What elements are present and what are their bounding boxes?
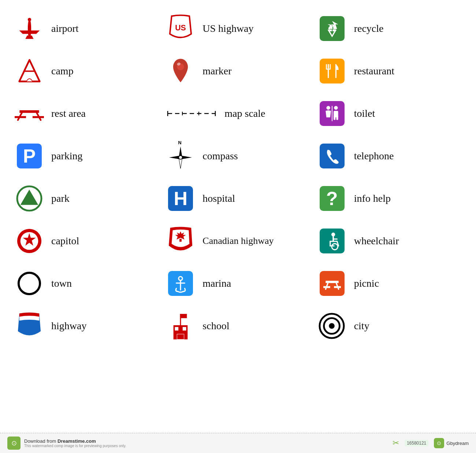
- svg-point-47: [19, 273, 40, 294]
- marina-item: marina: [162, 262, 313, 305]
- parking-box: P: [17, 144, 42, 168]
- picnic-item: picnic: [314, 262, 465, 305]
- svg-rect-28: [334, 115, 335, 120]
- wheelchair-icon: [317, 226, 347, 256]
- marina-label: marina: [202, 278, 231, 289]
- svg-point-0: [27, 19, 31, 38]
- compass-icon: N: [166, 141, 195, 171]
- canadian-highway-label: Canadian highway: [202, 235, 274, 246]
- highway-icon: [15, 311, 44, 341]
- us-highway-icon: US: [166, 14, 195, 43]
- footer-brand-logo: ⊙: [434, 438, 444, 448]
- capitol-label: capitol: [51, 235, 79, 247]
- svg-point-48: [179, 276, 182, 280]
- toilet-item: toilet: [314, 92, 465, 135]
- info-help-icon: ?: [317, 184, 347, 213]
- svg-rect-57: [177, 334, 184, 339]
- airport-item: airport: [11, 7, 162, 50]
- svg-rect-60: [175, 327, 179, 330]
- wheelchair-label: wheelchair: [354, 235, 399, 247]
- svg-rect-61: [183, 327, 186, 330]
- town-item: town: [11, 262, 162, 305]
- canadian-highway-item: Canadian highway: [162, 220, 313, 262]
- compass-label: compass: [202, 150, 238, 162]
- hospital-label: hospital: [202, 193, 235, 204]
- svg-text:US: US: [175, 23, 186, 32]
- footer-logo: ⊙: [7, 437, 21, 450]
- map-scale-icon: [166, 99, 217, 128]
- svg-rect-38: [179, 239, 182, 242]
- footer-watermark: This watermarked comp image is for previ…: [24, 444, 126, 448]
- footer-right: ✂ 16580121 ⊙ Gbydream: [393, 438, 469, 448]
- us-highway-label: US highway: [202, 23, 253, 34]
- restaurant-icon: [317, 56, 347, 86]
- airport-icon: [15, 14, 44, 43]
- parking-label: parking: [51, 150, 83, 162]
- parking-icon: P: [15, 141, 44, 171]
- park-label: park: [51, 193, 70, 204]
- marker-label: marker: [202, 65, 231, 77]
- map-scale-label: map scale: [224, 108, 265, 119]
- picnic-label: picnic: [354, 278, 379, 289]
- scissors-icon: ✂: [393, 438, 399, 448]
- highway-item: highway: [11, 305, 162, 347]
- camp-item: camp: [11, 50, 162, 92]
- info-help-label: info help: [354, 193, 391, 204]
- rest-area-label: rest area: [51, 108, 86, 119]
- svg-point-46: [332, 244, 338, 250]
- camp-icon: [15, 56, 44, 86]
- rest-area-item: rest area: [11, 92, 162, 135]
- recycle-label: recycle: [354, 23, 384, 34]
- restaurant-label: restaurant: [354, 65, 394, 77]
- rest-area-icon: [15, 99, 44, 128]
- info-help-item: ? info help: [314, 177, 465, 220]
- svg-point-26: [334, 106, 338, 109]
- park-item: park: [11, 177, 162, 220]
- restaurant-item: restaurant: [314, 50, 465, 92]
- parking-item: P parking: [11, 135, 162, 177]
- hospital-box: H: [168, 186, 193, 211]
- capitol-icon: [15, 226, 44, 256]
- highway-label: highway: [51, 320, 86, 332]
- camp-label: camp: [51, 65, 74, 77]
- telephone-label: telephone: [354, 150, 394, 162]
- svg-rect-55: [334, 286, 341, 288]
- wheelchair-item: wheelchair: [314, 220, 465, 262]
- telephone-item: telephone: [314, 135, 465, 177]
- svg-text:N: N: [178, 140, 182, 145]
- compass-item: N compass: [162, 135, 313, 177]
- marina-icon: [166, 269, 195, 298]
- svg-rect-19: [33, 116, 44, 118]
- footer-credit-text: Gbydream: [446, 441, 469, 446]
- capitol-item: capitol: [11, 220, 162, 262]
- city-icon: [317, 311, 347, 341]
- svg-rect-59: [181, 314, 187, 318]
- school-label: school: [202, 320, 229, 332]
- school-icon: [166, 311, 195, 341]
- marker-icon: [166, 56, 195, 86]
- hospital-icon: H: [166, 184, 195, 213]
- svg-rect-18: [15, 116, 26, 118]
- map-scale-item: map scale: [162, 92, 313, 135]
- school-item: school: [162, 305, 313, 347]
- footer-image-id: 16580121: [405, 440, 428, 446]
- us-highway-item: US US highway: [162, 7, 313, 50]
- svg-point-64: [329, 323, 335, 329]
- svg-point-25: [326, 106, 330, 109]
- toilet-icon: [317, 99, 347, 128]
- telephone-icon: [317, 141, 347, 171]
- symbol-grid: airport US US highway ♻ recycle: [0, 0, 476, 354]
- svg-rect-29: [336, 115, 338, 120]
- footer-brand-credit: ⊙ Gbydream: [434, 438, 469, 448]
- city-label: city: [354, 320, 369, 332]
- footer: ⊙ Download from Dreamstime.com This wate…: [0, 433, 476, 453]
- svg-point-32: [179, 156, 182, 159]
- town-label: town: [51, 278, 72, 289]
- city-item: city: [314, 305, 465, 347]
- svg-text:♻: ♻: [327, 22, 337, 34]
- footer-brand-name: Dreamstime.com: [57, 438, 96, 444]
- marker-item: marker: [162, 50, 313, 92]
- svg-rect-54: [323, 286, 330, 288]
- hospital-item: H hospital: [162, 177, 313, 220]
- canadian-highway-icon: [166, 226, 195, 256]
